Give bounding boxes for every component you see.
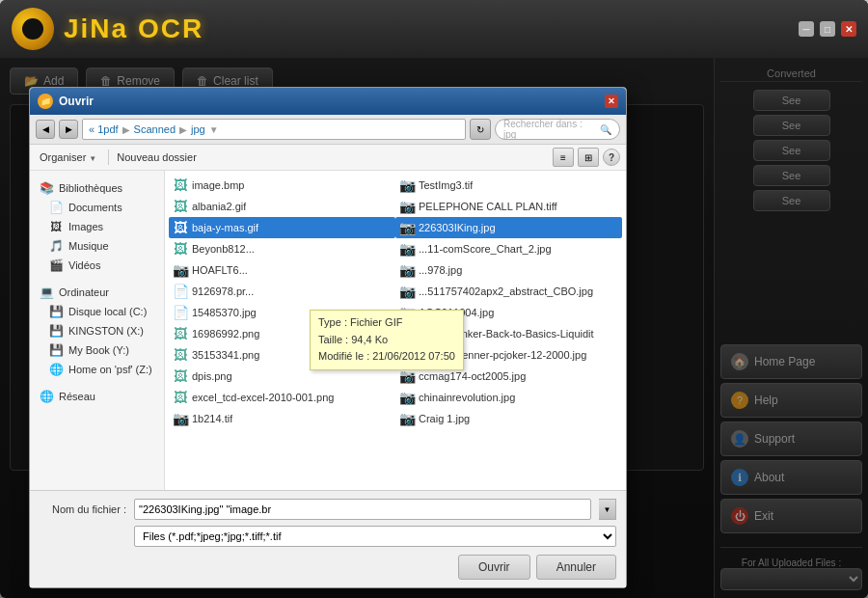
file-item[interactable]: 📷chinainrevolution.jpg <box>395 387 622 408</box>
file-name: TestImg3.tif <box>419 179 473 191</box>
gif-file-icon: 🖼 <box>173 241 188 257</box>
file-item[interactable]: 📷1b214.tif <box>169 408 395 429</box>
file-item[interactable]: 📄15485370.jpg <box>169 302 395 323</box>
file-item[interactable]: 📷ccmag174-oct2005.jpg <box>395 366 622 387</box>
new-folder-button[interactable]: Nouveau dossier <box>117 151 197 163</box>
file-name: 35153341.png <box>192 349 259 361</box>
sidebar-item-mybook[interactable]: 💾 My Book (Y:) <box>34 340 160 360</box>
sidebar-item-videos[interactable]: 🎬 Vidéos <box>34 256 160 275</box>
path-1pdf[interactable]: « 1pdf <box>89 123 119 135</box>
sidebar-item-disque-c[interactable]: 💾 Disque local (C:) <box>34 302 160 321</box>
images-icon: 🖼 <box>49 220 63 233</box>
window-controls: ─ □ ✕ <box>799 21 856 37</box>
filename-label: Nom du fichier : <box>40 503 126 515</box>
jpg-file-icon: 📷 <box>399 262 415 278</box>
file-name: dpis.png <box>192 370 232 382</box>
search-placeholder-text: Rechercher dans : jpg <box>503 119 596 140</box>
jpg-file-icon: 📷 <box>173 262 188 278</box>
file-name: excel_tcd-excel-2010-001.png <box>192 392 334 403</box>
tif-file-icon: 📷 <box>399 177 415 193</box>
documents-icon: 📄 <box>49 201 63 214</box>
sidebar-item-kingston[interactable]: 💾 KINGSTON (X:) <box>34 321 160 340</box>
file-item[interactable]: 🖼excel_tcd-excel-2010-001.png <box>169 387 395 408</box>
jina-logo-icon <box>12 8 54 50</box>
file-name: PELEPHONE CALL PLAN.tiff <box>419 201 557 212</box>
disque-c-icon: 💾 <box>49 305 63 318</box>
dialog-cancel-button[interactable]: Annuler <box>536 555 616 580</box>
sidebar-item-home-psf[interactable]: 🌐 Home on 'psf' (Z:) <box>34 360 160 379</box>
mybook-icon: 💾 <box>49 343 63 357</box>
file-item[interactable]: 🖼albania2.gif <box>169 196 395 217</box>
jpg-file-icon: 📷 <box>399 368 415 384</box>
file-name: ...511757402apx2_abstract_CBO.jpg <box>419 285 593 297</box>
back-button[interactable]: ◀ <box>36 120 55 139</box>
filename-dropdown-button[interactable]: ▼ <box>599 499 616 520</box>
file-item[interactable]: 📷Asian-Banker-Back-to-Basics-Liquidit <box>395 323 622 344</box>
file-item[interactable]: 📷TestImg3.tif <box>395 175 622 196</box>
organize-menu[interactable]: Organiser ▼ <box>36 150 100 165</box>
tif-file-icon: 📷 <box>399 199 415 214</box>
file-item[interactable]: 📷...511757402apx2_abstract_CBO.jpg <box>395 281 622 302</box>
file-item[interactable]: 🖼16986992.png <box>169 323 395 344</box>
details-view-button[interactable]: ⊞ <box>578 148 599 167</box>
file-name: 1b214.tif <box>192 413 232 424</box>
file-item[interactable]: 📷asphaltbrenner-pcjoker-12-2000.jpg <box>395 344 622 366</box>
file-name: albania2.gif <box>192 201 246 212</box>
dialog-folder-icon: 📁 <box>38 94 53 109</box>
sidebar-item-documents[interactable]: 📄 Documents <box>34 198 160 217</box>
file-area: 🖼image.bmp📷TestImg3.tif🖼albania2.gif📷PEL… <box>165 171 626 490</box>
toolbar-divider <box>108 150 109 165</box>
search-box[interactable]: Rechercher dans : jpg 🔍 <box>495 119 620 140</box>
dialog-close-button[interactable]: ✕ <box>605 95 618 108</box>
dialog-left-nav: 📚 Bibliothèques 📄 Documents 🖼 Images 🎵 M… <box>30 171 165 490</box>
file-item[interactable]: 📷AOC011004.jpg <box>395 302 622 323</box>
filetype-row: Files (*.pdf;*jpeg;*jpg;*.tiff;*.tif <box>40 526 616 547</box>
dialog-addressbar: ◀ ▶ « 1pdf ▶ Scanned ▶ jpg ▼ ↻ Recherche… <box>30 115 626 145</box>
reseau-icon: 🌐 <box>40 390 53 403</box>
gif-file-icon: 🖼 <box>173 220 188 235</box>
jina-titlebar: JiNa OCR ─ □ ✕ <box>0 0 868 58</box>
file-item[interactable]: 🖼dpis.png <box>169 366 395 387</box>
filetype-select[interactable]: Files (*.pdf;*jpeg;*jpg;*.tiff;*.tif <box>134 526 616 547</box>
refresh-button[interactable]: ↻ <box>470 119 491 140</box>
sidebar-item-ordinateur[interactable]: 💻 Ordinateur <box>34 283 160 302</box>
file-item[interactable]: 🖼baja-y-mas.gif <box>169 217 395 238</box>
dialog-help-button[interactable]: ? <box>603 149 620 166</box>
file-item[interactable]: 🖼35153341.png <box>169 344 395 366</box>
file-item[interactable]: 📷...11-comScore_Chart_2.jpg <box>395 238 622 259</box>
file-name: asphaltbrenner-pcjoker-12-2000.jpg <box>419 349 586 361</box>
dialog-open-button[interactable]: Ouvrir <box>458 555 530 580</box>
file-item[interactable]: 📷...978.jpg <box>395 259 622 281</box>
forward-button[interactable]: ▶ <box>59 120 78 139</box>
jpg-file-icon: 📷 <box>399 390 415 405</box>
file-item[interactable]: 🖼image.bmp <box>169 175 395 196</box>
list-view-button[interactable]: ≡ <box>553 148 574 167</box>
file-item[interactable]: 📷226303IKing.jpg <box>395 217 622 238</box>
address-path[interactable]: « 1pdf ▶ Scanned ▶ jpg ▼ <box>82 119 466 140</box>
sidebar-item-reseau[interactable]: 🌐 Réseau <box>34 387 160 406</box>
file-name: chinainrevolution.jpg <box>419 392 515 403</box>
app-title: JiNa OCR <box>64 14 203 44</box>
gif-file-icon: 🖼 <box>173 199 188 214</box>
path-scanned[interactable]: Scanned <box>134 123 176 135</box>
sidebar-item-musique[interactable]: 🎵 Musique <box>34 236 160 256</box>
sidebar-item-images[interactable]: 🖼 Images <box>34 217 160 236</box>
file-item[interactable]: 🖼Beyonb812... <box>169 238 395 259</box>
close-button[interactable]: ✕ <box>841 21 856 37</box>
dialog-overlay: 📁 Ouvrir ✕ ◀ ▶ « 1pdf ▶ Scanned ▶ jpg ▼ … <box>0 58 868 598</box>
file-item[interactable]: 📄9126978.pr... <box>169 281 395 302</box>
home-psf-icon: 🌐 <box>49 363 63 376</box>
minimize-button[interactable]: ─ <box>799 21 814 37</box>
file-item[interactable]: 📷HOAFLT6... <box>169 259 395 281</box>
file-item[interactable]: 📷PELEPHONE CALL PLAN.tiff <box>395 196 622 217</box>
file-name: 16986992.png <box>192 328 259 340</box>
png-file-icon: 🖼 <box>173 390 188 405</box>
path-jpg[interactable]: jpg <box>191 123 205 135</box>
filename-input[interactable] <box>134 499 591 520</box>
jpg-file-icon: 📷 <box>399 220 415 235</box>
maximize-button[interactable]: □ <box>820 21 835 37</box>
file-item[interactable]: 📷Craig 1.jpg <box>395 408 622 429</box>
sidebar-item-bibliotheques[interactable]: 📚 Bibliothèques <box>34 178 160 198</box>
dialog-body: 📚 Bibliothèques 📄 Documents 🖼 Images 🎵 M… <box>30 171 626 490</box>
filename-row: Nom du fichier : ▼ <box>40 499 616 520</box>
